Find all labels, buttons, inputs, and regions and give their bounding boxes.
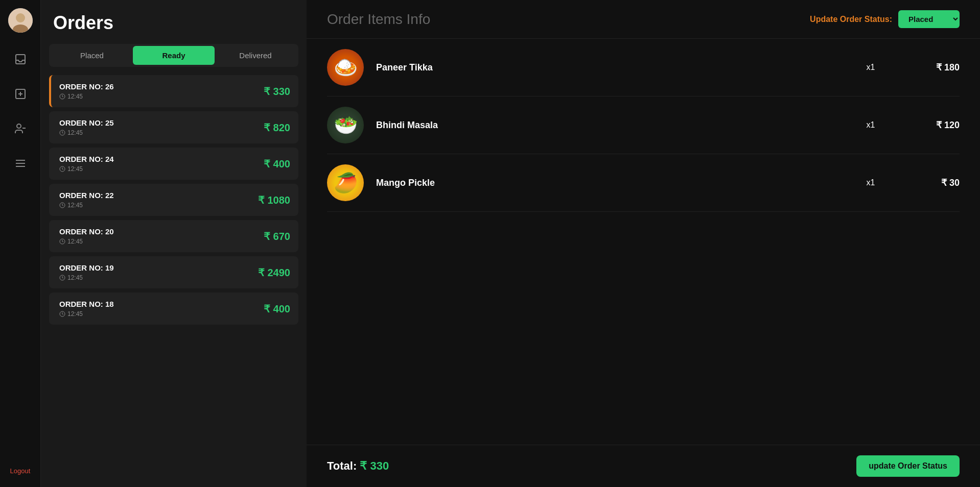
order-item-20[interactable]: ORDER NO: 20 12:45 ₹ 670	[49, 220, 298, 252]
update-status-label: Update Order Status:	[810, 15, 892, 24]
order-number: ORDER NO: 26	[59, 82, 114, 91]
order-tabs: Placed Ready Delivered	[49, 44, 298, 67]
order-items-title: Order Items Info	[327, 11, 430, 28]
order-number: ORDER NO: 18	[59, 300, 114, 308]
status-select[interactable]: Placed Ready Delivered	[898, 10, 960, 28]
order-price: ₹ 400	[264, 158, 290, 170]
item-price-paneer-tikka: ₹ 180	[898, 62, 960, 73]
order-time: 12:45	[59, 202, 114, 209]
svg-point-7	[17, 124, 21, 128]
item-name-mango-pickle: Mango Pickle	[376, 178, 843, 188]
order-info: ORDER NO: 25 12:45	[59, 118, 114, 136]
item-row-paneer-tikka: 🍛 Paneer Tikka x1 ₹ 180	[327, 39, 960, 96]
order-number: ORDER NO: 25	[59, 118, 114, 127]
order-price: ₹ 1080	[258, 194, 290, 206]
sidebar-nav-icons	[10, 49, 31, 467]
right-panel: Order Items Info Update Order Status: Pl…	[307, 0, 980, 487]
order-info: ORDER NO: 22 12:45	[59, 191, 114, 209]
item-qty-bhindi-masala: x1	[855, 120, 886, 130]
order-number: ORDER NO: 20	[59, 227, 114, 236]
order-info: ORDER NO: 24 12:45	[59, 155, 114, 173]
total-text: Total: ₹ 330	[327, 459, 389, 473]
order-time: 12:45	[59, 238, 114, 245]
paneer-tikka-image: 🍛	[327, 49, 364, 86]
customers-icon[interactable]	[10, 118, 31, 139]
order-item-25[interactable]: ORDER NO: 25 12:45 ₹ 820	[49, 111, 298, 143]
total-amount: ₹ 330	[360, 459, 389, 472]
right-header: Order Items Info Update Order Status: Pl…	[307, 0, 980, 39]
logout-button[interactable]: Logout	[10, 467, 31, 479]
orders-title: Orders	[49, 12, 298, 34]
tab-ready[interactable]: Ready	[133, 46, 215, 65]
item-name-bhindi-masala: Bhindi Masala	[376, 120, 843, 131]
sidebar: Logout	[0, 0, 41, 487]
order-time: 12:45	[59, 274, 114, 281]
order-number: ORDER NO: 22	[59, 191, 114, 200]
item-price-mango-pickle: ₹ 30	[898, 177, 960, 188]
item-qty-mango-pickle: x1	[855, 178, 886, 187]
order-info: ORDER NO: 19 12:45	[59, 263, 114, 281]
update-status-section: Update Order Status: Placed Ready Delive…	[810, 10, 960, 28]
svg-point-1	[16, 13, 25, 22]
order-time: 12:45	[59, 93, 114, 100]
items-list: 🍛 Paneer Tikka x1 ₹ 180 🥗 Bhindi Masala …	[307, 39, 980, 445]
order-time: 12:45	[59, 310, 114, 318]
inbox-icon[interactable]	[10, 49, 31, 69]
tab-delivered[interactable]: Delivered	[215, 46, 296, 65]
order-info: ORDER NO: 26 12:45	[59, 82, 114, 100]
orders-panel: Orders Placed Ready Delivered ORDER NO: …	[41, 0, 307, 487]
update-order-status-button[interactable]: update Order Status	[856, 455, 960, 477]
order-item-19[interactable]: ORDER NO: 19 12:45 ₹ 2490	[49, 256, 298, 288]
order-time: 12:45	[59, 165, 114, 173]
item-qty-paneer-tikka: x1	[855, 63, 886, 72]
order-item-26[interactable]: ORDER NO: 26 12:45 ₹ 330	[49, 75, 298, 107]
order-item-22[interactable]: ORDER NO: 22 12:45 ₹ 1080	[49, 184, 298, 216]
svg-rect-3	[16, 55, 25, 64]
item-row-bhindi-masala: 🥗 Bhindi Masala x1 ₹ 120	[327, 96, 960, 154]
order-time: 12:45	[59, 129, 114, 136]
item-row-mango-pickle: 🥭 Mango Pickle x1 ₹ 30	[327, 154, 960, 212]
right-footer: Total: ₹ 330 update Order Status	[307, 445, 980, 487]
bhindi-masala-image: 🥗	[327, 107, 364, 143]
item-name-paneer-tikka: Paneer Tikka	[376, 62, 843, 73]
tab-placed[interactable]: Placed	[51, 46, 133, 65]
order-price: ₹ 330	[264, 85, 290, 98]
order-number: ORDER NO: 24	[59, 155, 114, 163]
order-price: ₹ 400	[264, 303, 290, 315]
order-item-24[interactable]: ORDER NO: 24 12:45 ₹ 400	[49, 148, 298, 180]
add-order-icon[interactable]	[10, 84, 31, 104]
order-info: ORDER NO: 18 12:45	[59, 300, 114, 318]
avatar[interactable]	[8, 8, 33, 33]
order-price: ₹ 820	[264, 121, 290, 134]
order-price: ₹ 670	[264, 230, 290, 242]
orders-list: ORDER NO: 26 12:45 ₹ 330 ORDER NO: 25 12…	[49, 75, 298, 475]
order-number: ORDER NO: 19	[59, 263, 114, 272]
order-item-18[interactable]: ORDER NO: 18 12:45 ₹ 400	[49, 293, 298, 325]
order-info: ORDER NO: 20 12:45	[59, 227, 114, 245]
mango-pickle-image: 🥭	[327, 164, 364, 201]
item-price-bhindi-masala: ₹ 120	[898, 119, 960, 131]
menu-list-icon[interactable]	[10, 153, 31, 174]
order-price: ₹ 2490	[258, 266, 290, 279]
